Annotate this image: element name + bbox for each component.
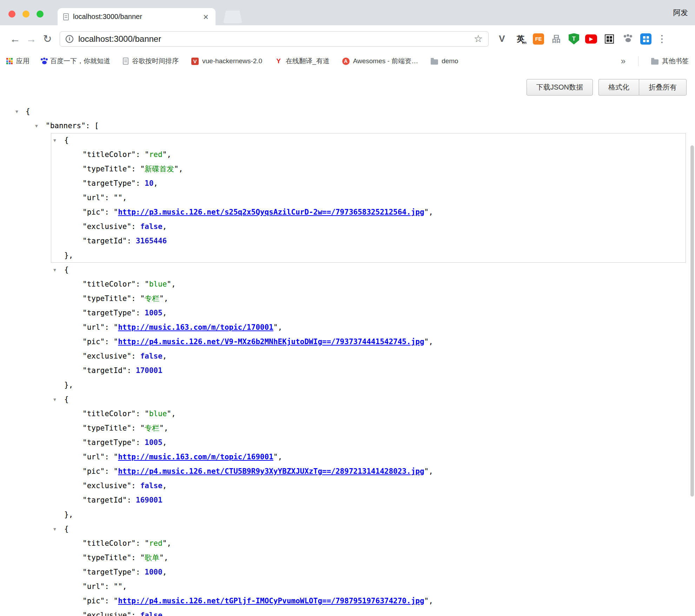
- json-object-close: },: [0, 378, 695, 392]
- bookmark-awesomes[interactable]: A Awesomes - 前端资…: [342, 57, 418, 66]
- json-url-link[interactable]: http://p4.music.126.net/CTU5B9R9y3XyYBZX…: [118, 467, 424, 476]
- bookmark-label: demo: [442, 57, 458, 65]
- format-button[interactable]: 格式化: [598, 79, 639, 96]
- json-object-open: ▼{: [0, 133, 695, 148]
- collapse-toggle-icon[interactable]: ▼: [15, 104, 18, 119]
- green-shield-extension-icon[interactable]: T: [569, 33, 579, 45]
- json-property: "url": "",: [0, 191, 695, 205]
- json-property: "targetType": 1005,: [0, 306, 695, 320]
- collapse-toggle-icon[interactable]: ▼: [53, 263, 56, 277]
- json-url-link[interactable]: http://p4.music.126.net/V9-MXz6b2MNhEKju…: [118, 338, 424, 346]
- json-property: "titleColor": "red",: [0, 148, 695, 162]
- json-array-key: ▼"banners": [: [0, 119, 695, 133]
- json-url-link[interactable]: http://music.163.com/m/topic/169001: [118, 453, 273, 461]
- json-property: "exclusive": false: [0, 608, 695, 616]
- bookmark-demo-folder[interactable]: demo: [431, 57, 458, 65]
- back-button-icon[interactable]: ←: [7, 33, 23, 45]
- json-property: "pic": "http://p4.music.126.net/V9-MXz6b…: [0, 335, 695, 349]
- json-object: ▼{"titleColor": "blue","typeTitle": "专栏"…: [0, 392, 695, 522]
- paw-extension-icon[interactable]: [622, 33, 634, 45]
- bookmark-label: Awesomes - 前端资…: [353, 57, 418, 66]
- youdao-y-icon: Y: [275, 58, 282, 65]
- chrome-menu-icon[interactable]: ⋮: [657, 33, 667, 45]
- download-json-button[interactable]: 下载JSON数据: [527, 79, 593, 96]
- blue-grid-extension-icon[interactable]: [640, 33, 651, 45]
- json-url-link[interactable]: http://p3.music.126.net/s25q2x5QyqsAzilC…: [118, 208, 424, 216]
- bookmark-baidu[interactable]: 百度一下，你就知道: [42, 57, 110, 66]
- json-object-open: ▼{: [0, 263, 695, 277]
- json-object: ▼{"titleColor": "red","typeTitle": "新碟首发…: [0, 133, 695, 263]
- json-property: "exclusive": false,: [0, 479, 695, 493]
- json-property: "pic": "http://p4.music.126.net/tGPljf-I…: [0, 594, 695, 608]
- minimize-window-button[interactable]: [22, 11, 29, 18]
- json-property: "targetType": 1000,: [0, 565, 695, 579]
- json-property: "titleColor": "blue",: [0, 277, 695, 291]
- json-property: "url": "",: [0, 579, 695, 594]
- collapse-all-button[interactable]: 折叠所有: [639, 79, 687, 96]
- bookmarks-divider: [638, 56, 638, 66]
- other-bookmarks-label: 其他书签: [662, 57, 689, 66]
- json-property: "url": "http://music.163.com/m/topic/170…: [0, 320, 695, 335]
- fullscreen-window-button[interactable]: [37, 11, 44, 18]
- json-object-open: ▼{: [0, 392, 695, 407]
- grid-dots: [643, 36, 646, 39]
- json-property: "targetId": 170001: [0, 363, 695, 378]
- json-property: "targetType": 1005,: [0, 435, 695, 450]
- json-viewer-actions: 下载JSON数据 格式化 折叠所有: [527, 79, 687, 96]
- bookmark-vue-hackernews[interactable]: V vue-hackernews-2.0: [191, 57, 262, 65]
- bookmark-label: vue-hackernews-2.0: [202, 57, 262, 65]
- bookmark-google-sort[interactable]: 谷歌按时间排序: [123, 57, 179, 66]
- window-controls: [8, 11, 44, 18]
- site-info-icon[interactable]: i: [66, 35, 73, 43]
- new-tab-button[interactable]: [223, 11, 242, 23]
- json-property: "pic": "http://p4.music.126.net/CTU5B9R9…: [0, 464, 695, 479]
- org-chart-extension-icon[interactable]: 品: [550, 33, 563, 45]
- forward-button-icon[interactable]: →: [23, 33, 39, 45]
- qr-pattern: [605, 34, 614, 44]
- profile-name[interactable]: 阿发: [673, 8, 688, 18]
- v-favicon-icon: V: [191, 58, 199, 65]
- json-url-link[interactable]: http://p4.music.126.net/tGPljf-IMOCyPvum…: [118, 597, 424, 605]
- address-bar[interactable]: i localhost:3000/banner ☆: [60, 31, 489, 47]
- json-property: "typeTitle": "专栏",: [0, 291, 695, 306]
- json-object-open: ▼{: [0, 522, 695, 536]
- json-property: "titleColor": "red",: [0, 536, 695, 551]
- close-window-button[interactable]: [8, 11, 15, 18]
- json-object: ▼{"titleColor": "red","typeTitle": "歌单",…: [0, 522, 695, 616]
- collapse-toggle-icon[interactable]: ▼: [53, 392, 56, 407]
- other-bookmarks[interactable]: 其他书签: [651, 57, 689, 66]
- collapse-toggle-icon[interactable]: ▼: [35, 119, 38, 133]
- page-favicon-icon: [63, 13, 69, 20]
- reload-button-icon[interactable]: ↻: [39, 33, 55, 45]
- bookmark-apps[interactable]: 应用: [6, 57, 29, 66]
- collapse-toggle-icon[interactable]: ▼: [53, 522, 56, 536]
- folder-icon: [651, 59, 658, 65]
- qr-code-extension-icon[interactable]: [603, 33, 616, 45]
- json-property: "targetId": 3165446: [0, 234, 695, 248]
- translate-extension-icon[interactable]: 英en: [514, 33, 527, 45]
- fe-extension-icon[interactable]: FE: [533, 33, 544, 45]
- url-text[interactable]: localhost:3000/banner: [78, 34, 161, 44]
- tab-title: localhost:3000/banner: [73, 13, 202, 21]
- bookmarks-overflow-chevron[interactable]: »: [621, 56, 626, 66]
- collapse-toggle-icon[interactable]: ▼: [53, 133, 56, 148]
- page-content: 下载JSON数据 格式化 折叠所有 ▼{▼"banners": [▼{"titl…: [0, 70, 695, 616]
- folder-icon: [431, 59, 438, 65]
- json-property: "targetType": 10,: [0, 176, 695, 191]
- tab-close-icon[interactable]: ×: [202, 13, 210, 20]
- youtube-extension-icon[interactable]: ▶: [585, 34, 597, 44]
- json-property: "url": "http://music.163.com/m/topic/169…: [0, 450, 695, 464]
- json-property: "typeTitle": "专栏",: [0, 421, 695, 435]
- vimium-extension-icon[interactable]: V: [496, 33, 508, 45]
- bookmarks-bar: 应用 百度一下，你就知道 谷歌按时间排序 V vue-hackernews-2.…: [0, 52, 695, 70]
- browser-tab[interactable]: localhost:3000/banner ×: [58, 8, 216, 25]
- extension-icons: V 英en FE 品 T ▶: [496, 33, 651, 45]
- json-url-link[interactable]: http://music.163.com/m/topic/170001: [118, 323, 273, 332]
- json-property: "typeTitle": "新碟首发",: [0, 162, 695, 176]
- tab-strip: localhost:3000/banner × 阿发: [0, 0, 695, 25]
- bookmark-label: 在线翻译_有道: [286, 57, 330, 66]
- scrollbar-thumb[interactable]: [690, 145, 694, 497]
- bookmark-star-icon[interactable]: ☆: [474, 33, 483, 45]
- paw-glyph: [625, 38, 631, 42]
- bookmark-youdao[interactable]: Y 在线翻译_有道: [275, 57, 330, 66]
